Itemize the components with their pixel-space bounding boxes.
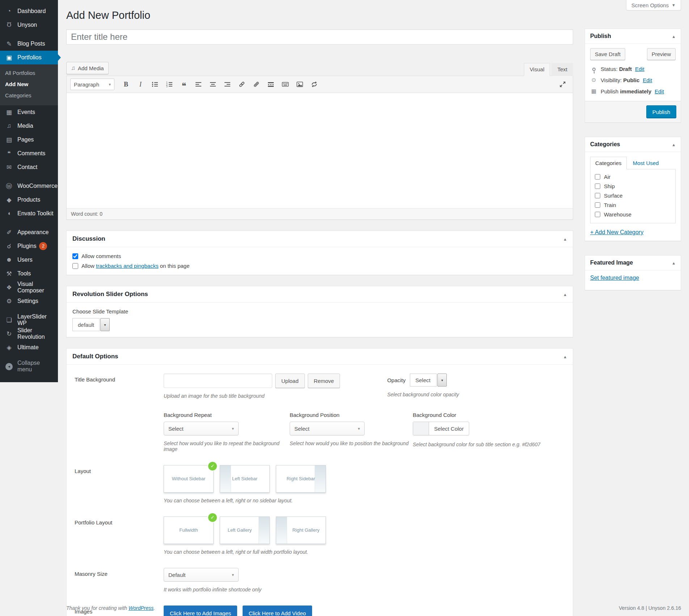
title-background-label: Title Background: [72, 374, 164, 399]
caret-down-icon[interactable]: ▾: [437, 374, 447, 387]
tab-visual[interactable]: Visual: [524, 63, 550, 76]
sidebar-item-blog-posts[interactable]: ✎ Blog Posts: [0, 37, 58, 51]
gallery-button[interactable]: [293, 79, 306, 90]
collapse-panel-icon[interactable]: ▴: [672, 142, 676, 147]
sidebar-item-products[interactable]: ◆ Products: [0, 193, 58, 207]
tab-all-categories[interactable]: Categories: [590, 157, 627, 169]
tab-text[interactable]: Text: [551, 63, 573, 76]
opacity-select[interactable]: Select ▾: [410, 374, 447, 387]
submenu-item-all-portfolios[interactable]: All Portfolios: [0, 67, 58, 79]
save-draft-button[interactable]: Save Draft: [590, 48, 625, 60]
sidebar-item-users[interactable]: ☻ Users: [0, 253, 58, 267]
sidebar-item-unyson[interactable]: Ʊ Unyson: [0, 18, 58, 32]
remove-link-button[interactable]: [250, 79, 263, 90]
category-train-checkbox[interactable]: [595, 202, 600, 208]
caret-down-icon[interactable]: ▾: [100, 318, 110, 331]
insert-link-button[interactable]: [235, 79, 248, 90]
editor-text-area[interactable]: [67, 93, 573, 208]
sidebar-item-dashboard[interactable]: ◔ Dashboard: [0, 4, 58, 18]
sidebar-item-comments[interactable]: ❝ Comments: [0, 147, 58, 160]
category-ship-checkbox[interactable]: [595, 183, 600, 189]
layout-option-without-sidebar[interactable]: Without Sidebar ✓: [164, 465, 214, 493]
bold-button[interactable]: B: [119, 79, 133, 90]
screen-options-button[interactable]: Screen Options ▼: [626, 0, 681, 10]
bg-position-select[interactable]: Select ▾: [290, 422, 365, 435]
layout-option-right-sidebar[interactable]: Right Sidebar: [276, 465, 326, 493]
category-warehouse-checkbox[interactable]: [595, 212, 600, 217]
editor-toolbar: Paragraph ▾ B I 123 ❝: [67, 76, 573, 93]
edit-status-link[interactable]: Edit: [635, 66, 644, 72]
collapse-panel-icon[interactable]: ▴: [672, 34, 676, 39]
sidebar-item-label: Blog Posts: [17, 41, 45, 47]
edit-schedule-link[interactable]: Edit: [655, 88, 664, 94]
portfolio-layout-option-fullwidth[interactable]: Fullwidth ✓: [164, 516, 214, 544]
trackbacks-link[interactable]: trackbacks and pingbacks: [96, 263, 159, 269]
sidebar-item-ultimate[interactable]: ◈ Ultimate: [0, 341, 58, 354]
sidebar-item-media[interactable]: ♫ Media: [0, 119, 58, 133]
masonry-size-select[interactable]: Default ▾: [164, 568, 239, 582]
collapse-panel-icon[interactable]: ▴: [563, 236, 567, 242]
preview-button[interactable]: Preview: [647, 48, 676, 60]
add-new-category-link[interactable]: + Add New Category: [590, 229, 643, 236]
portfolio-layout-option-left-gallery[interactable]: Left Gallery: [220, 516, 270, 544]
select-color-button[interactable]: Select Color: [429, 422, 469, 435]
sidebar-strip: [220, 465, 231, 492]
collapse-panel-icon[interactable]: ▴: [563, 354, 567, 359]
sidebar-item-portfolios[interactable]: ▣ Portfolios: [0, 51, 58, 64]
blockquote-button[interactable]: ❝: [177, 79, 190, 90]
wordpress-link[interactable]: WordPress: [129, 605, 154, 611]
italic-button[interactable]: I: [134, 79, 147, 90]
category-surface-checkbox[interactable]: [595, 193, 600, 198]
sidebar-item-pages[interactable]: ▤ Pages: [0, 133, 58, 147]
sidebar-item-layerslider[interactable]: ❏ LayerSlider WP: [0, 313, 58, 327]
box-icon: ◆: [4, 196, 14, 204]
align-center-button[interactable]: [206, 79, 219, 90]
sidebar-item-events[interactable]: ▦ Events: [0, 105, 58, 119]
bg-repeat-select[interactable]: Select ▾: [164, 422, 239, 435]
add-video-button[interactable]: Click Here to Add Video: [243, 606, 312, 616]
allow-trackbacks-checkbox[interactable]: [72, 263, 78, 269]
toolbar-toggle-button[interactable]: [279, 79, 292, 90]
collapse-panel-icon[interactable]: ▴: [672, 260, 676, 266]
submenu-item-add-new[interactable]: Add New: [0, 79, 58, 90]
sidebar-item-contact[interactable]: ✉ Contact: [0, 160, 58, 174]
allow-trackbacks-row: Allow trackbacks and pingbacks on this p…: [72, 263, 567, 269]
layers-icon: ❏: [4, 316, 14, 324]
allow-comments-checkbox[interactable]: [72, 253, 78, 259]
align-left-button[interactable]: [192, 79, 205, 90]
remove-button[interactable]: Remove: [308, 374, 340, 388]
sidebar-item-settings[interactable]: ⚙ Settings: [0, 294, 58, 308]
bg-color-picker[interactable]: Select Color: [413, 422, 469, 435]
paragraph-format-select[interactable]: Paragraph ▾: [70, 79, 114, 90]
sidebar-item-tools[interactable]: ⚒ Tools: [0, 267, 58, 280]
read-more-tag-button[interactable]: [264, 79, 277, 90]
slider-shortcode-button[interactable]: [308, 79, 321, 90]
align-right-button[interactable]: [221, 79, 234, 90]
upload-button[interactable]: Upload: [275, 374, 305, 388]
tab-most-used[interactable]: Most Used: [628, 157, 664, 169]
sidebar-item-collapse-menu[interactable]: ◂ Collapse menu: [0, 359, 58, 373]
portfolio-layout-option-right-gallery[interactable]: Right Gallery: [276, 516, 326, 544]
sidebar-item-envato-toolkit[interactable]: ◖ Envato Toolkit: [0, 207, 58, 220]
distraction-free-button[interactable]: [556, 79, 569, 90]
sidebar-item-plugins[interactable]: ☌ Plugins 2: [0, 239, 58, 253]
sidebar-item-visual-composer[interactable]: ❖ Visual Composer: [0, 280, 58, 294]
layout-option-left-sidebar[interactable]: Left Sidebar: [220, 465, 270, 493]
edit-visibility-link[interactable]: Edit: [643, 77, 652, 83]
post-title-input[interactable]: [66, 29, 573, 45]
sidebar-item-appearance[interactable]: ✐ Appearance: [0, 225, 58, 239]
slide-template-select[interactable]: default ▾: [72, 318, 110, 331]
add-media-button[interactable]: ♫ Add Media: [66, 62, 109, 74]
publish-button[interactable]: Publish: [646, 105, 676, 118]
portfolio-layout-label: Portfolio Layout: [72, 516, 164, 555]
add-images-button[interactable]: Click Here to Add Images: [164, 606, 237, 616]
bullet-list-button[interactable]: [148, 79, 161, 90]
sidebar-item-woocommerce[interactable]: Ⓦ WooCommerce: [0, 179, 58, 193]
title-background-url-input[interactable]: [164, 374, 272, 388]
collapse-panel-icon[interactable]: ▴: [563, 292, 567, 297]
submenu-item-categories[interactable]: Categories: [0, 90, 58, 101]
set-featured-image-link[interactable]: Set featured image: [590, 275, 639, 281]
sidebar-item-slider-revolution[interactable]: ↻ Slider Revolution: [0, 327, 58, 341]
numbered-list-button[interactable]: 123: [163, 79, 176, 90]
category-air-checkbox[interactable]: [595, 174, 600, 180]
